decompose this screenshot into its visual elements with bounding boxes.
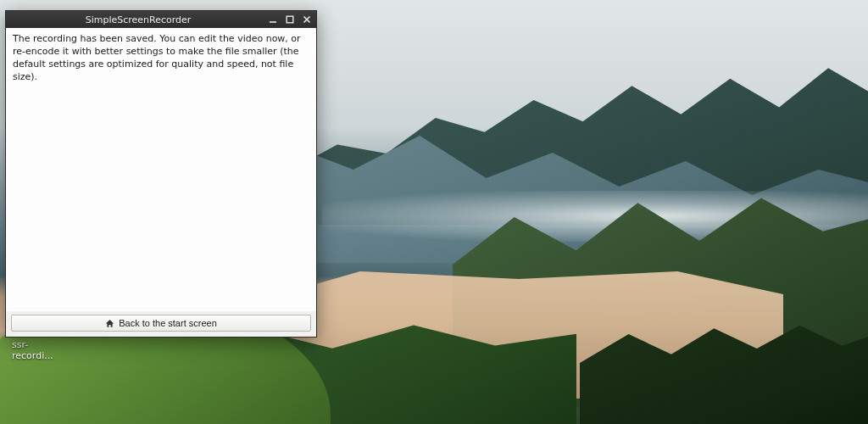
- close-icon: [303, 15, 311, 24]
- window-controls: [267, 14, 313, 25]
- svg-rect-1: [287, 16, 293, 23]
- desktop-file-item[interactable]: ssr-recordi...: [12, 339, 63, 361]
- window-body: The recording has been saved. You can ed…: [6, 28, 316, 311]
- back-button-label: Back to the start screen: [119, 318, 217, 328]
- window-maximize-button[interactable]: [284, 14, 296, 25]
- minimize-icon: [269, 15, 277, 24]
- back-to-start-button[interactable]: Back to the start screen: [11, 315, 311, 332]
- recording-saved-message: The recording has been saved. You can ed…: [13, 33, 309, 83]
- desktop-file-label: ssr-recordi...: [12, 339, 53, 361]
- window-footer: Back to the start screen: [6, 311, 316, 337]
- window-close-button[interactable]: [301, 14, 313, 25]
- home-icon: [105, 319, 114, 328]
- window-titlebar[interactable]: SimpleScreenRecorder: [6, 11, 316, 28]
- maximize-icon: [286, 15, 294, 24]
- window-minimize-button[interactable]: [267, 14, 279, 25]
- window-title: SimpleScreenRecorder: [9, 14, 267, 25]
- app-window: SimpleScreenRecorder The recording has b…: [5, 10, 317, 338]
